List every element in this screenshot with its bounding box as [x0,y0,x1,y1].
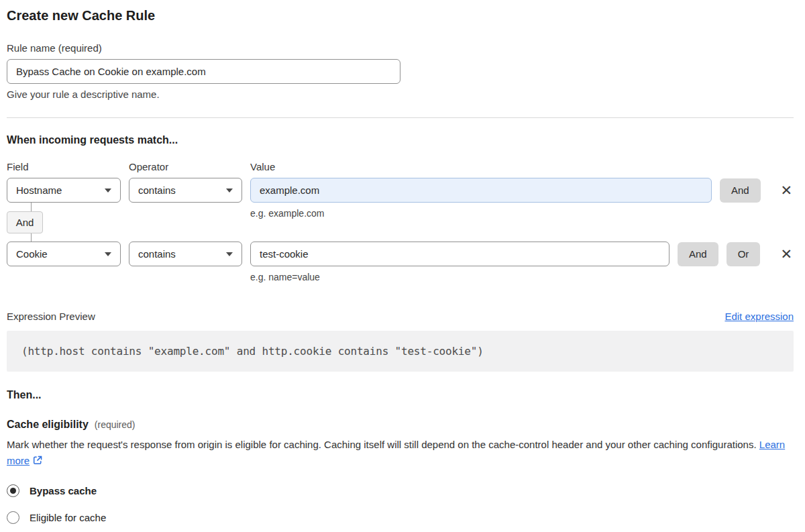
chevron-down-icon [226,189,233,193]
radio-eligible-for-cache[interactable]: Eligible for cache [7,511,794,524]
chevron-down-icon [105,189,111,193]
radio-unselected-icon [7,511,19,524]
expression-preview-label: Expression Preview [7,311,95,322]
operator-select-1[interactable]: contains [129,178,242,203]
value-input-1[interactable] [250,178,712,203]
external-link-icon [32,455,43,466]
operator-select-1-value: contains [138,184,176,196]
page-title: Create new Cache Rule [7,7,794,24]
and-connector-chip[interactable]: And [7,211,43,233]
and-connector: And [7,203,43,242]
field-select-1-value: Hostname [16,184,62,196]
radio-selected-icon [7,484,19,497]
match-heading: When incoming requests match... [7,134,794,146]
cache-eligibility-heading: Cache eligibility [7,419,89,431]
cache-eligibility-description: Mark whether the request's response from… [7,437,794,469]
radio-dot [10,488,16,494]
chevron-down-icon [226,252,233,256]
chevron-down-icon [105,252,111,256]
field-select-1[interactable]: Hostname [7,178,121,203]
connector-line-top [7,203,32,211]
value-hint-1: e.g. example.com [250,208,325,219]
required-tag: (required) [95,419,136,430]
match-row-1: Hostname contains And ✕ [7,178,794,203]
value-column-label: Value [250,161,275,172]
cache-eligibility-heading-row: Cache eligibility (required) [7,419,794,431]
remove-row-2-button[interactable]: ✕ [779,247,794,261]
operator-select-2-value: contains [138,248,176,260]
radio-eligible-for-cache-label: Eligible for cache [30,512,106,523]
cache-eligibility-options: Bypass cache Eligible for cache [7,484,794,524]
cache-rule-form: Create new Cache Rule Rule name (require… [0,0,805,524]
then-heading: Then... [7,389,794,401]
add-and-button-1[interactable]: And [720,178,761,203]
field-column-label: Field [7,161,121,172]
remove-row-1-button[interactable]: ✕ [779,183,794,197]
expression-code: (http.host contains "example.com" and ht… [7,331,794,372]
add-or-button-2[interactable]: Or [727,242,761,266]
operator-select-2[interactable]: contains [129,242,242,266]
description-text: Mark whether the request's response from… [7,439,757,450]
radio-bypass-cache-label: Bypass cache [30,485,97,496]
close-icon: ✕ [780,246,792,262]
between-rows-zone: e.g. example.com And [7,203,794,242]
value-input-2[interactable] [250,242,669,266]
close-icon: ✕ [780,182,792,198]
rule-name-input[interactable] [7,59,400,84]
match-column-labels: Field Operator Value [7,161,794,172]
rule-name-help: Give your rule a descriptive name. [7,89,794,100]
field-select-2-value: Cookie [16,248,48,260]
operator-column-label: Operator [129,161,242,172]
field-select-2[interactable]: Cookie [7,242,121,266]
add-and-button-2[interactable]: And [678,242,718,266]
expression-header: Expression Preview Edit expression [7,311,794,322]
radio-bypass-cache[interactable]: Bypass cache [7,484,794,497]
match-row-2: Cookie contains And Or ✕ [7,242,794,266]
section-divider [7,117,794,118]
rule-name-label: Rule name (required) [7,42,794,54]
value-hint-2: e.g. name=value [250,272,794,282]
connector-line-bottom [7,233,32,242]
edit-expression-link[interactable]: Edit expression [724,311,794,322]
